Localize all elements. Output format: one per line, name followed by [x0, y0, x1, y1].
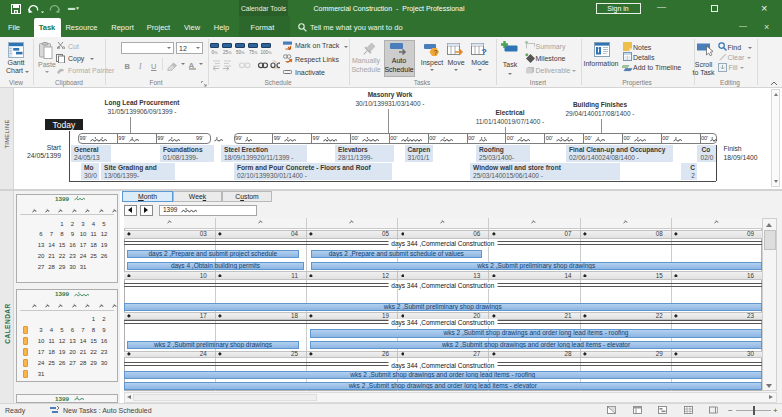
svg-text:?: ?: [434, 49, 438, 56]
svg-text:?: ?: [481, 47, 487, 57]
